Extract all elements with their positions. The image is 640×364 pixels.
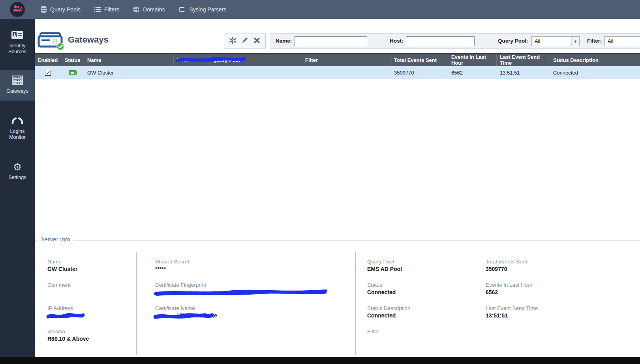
- redaction-scribble: [154, 289, 328, 296]
- gateways-table: Enabled Status Name Host Query Pool Filt…: [35, 53, 640, 79]
- column-header-name[interactable]: Name: [84, 54, 174, 66]
- field-label-last-event-send-time: Last Event Send Time: [486, 305, 584, 311]
- row-total-events-cell: 3509770: [391, 66, 448, 79]
- row-name-cell: GW Cluster: [84, 66, 174, 79]
- main-content: Gateways: [35, 19, 640, 357]
- field-value-query-pool: EMS AD Pool: [367, 266, 466, 272]
- menu-domains-label: Domains: [143, 6, 165, 13]
- server-info-panel: Server Info Name GW Cluster Comment IP A…: [35, 235, 640, 357]
- server-info-column-4: Total Events Sent 3509770 Events In Last…: [486, 259, 584, 329]
- server-stack-icon: [11, 75, 23, 86]
- sidebar-label-identity-sources: Identity Sources: [2, 43, 33, 55]
- field-label-comment: Comment: [47, 282, 130, 288]
- host-filter-label: Host:: [390, 38, 404, 44]
- sidebar-item-logins-monitor[interactable]: Logins Monitor: [0, 110, 35, 147]
- server-info-column-1: Name GW Cluster Comment IP Address: [47, 259, 130, 352]
- sidebar-item-identity-sources[interactable]: Identity Sources: [0, 24, 35, 61]
- field-label-filter: Filter: [367, 329, 466, 334]
- column-divider: [136, 252, 137, 355]
- column-header-enabled[interactable]: Enabled: [35, 54, 61, 66]
- field-value-status: Connected: [367, 289, 466, 295]
- host-filter-input[interactable]: [406, 36, 475, 46]
- field-value-total-events-sent: 3509770: [486, 266, 584, 272]
- menu-syslog-parsers[interactable]: Syslog Parsers: [178, 6, 226, 13]
- field-label-query-pool: Query Pool: [367, 259, 466, 265]
- field-label-status: Status: [367, 282, 466, 288]
- column-header-status[interactable]: Status: [61, 54, 84, 66]
- top-menu-bar: Query Pools Filters: [0, 0, 640, 19]
- field-value-shared-secret: *****: [155, 266, 345, 272]
- field-label-total-events-sent: Total Events Sent: [486, 259, 584, 265]
- identity-card-icon: [11, 30, 24, 40]
- groupbox-border: [35, 240, 640, 241]
- column-header-events-in-last-hour[interactable]: Events in Last Hour: [448, 54, 497, 66]
- name-filter-label: Name:: [276, 38, 292, 44]
- row-last-event-time-cell: 13:51:51: [497, 66, 550, 79]
- filter-filter-value: All: [608, 38, 613, 44]
- close-x-icon: [254, 37, 260, 45]
- filter-bar: Name: Host: Query Pool: All ▼ Filter: Al…: [270, 33, 640, 49]
- filter-filter-select[interactable]: All ▼: [604, 36, 640, 46]
- identity-collector-window: Query Pools Filters: [0, 0, 640, 364]
- database-icon: [40, 6, 47, 13]
- redaction-scribble: [176, 56, 246, 63]
- column-header-total-events-sent[interactable]: Total Events Sent: [391, 54, 448, 66]
- sidebar-label-gateways: Gateways: [6, 88, 28, 94]
- sidebar: Identity Sources: [0, 19, 35, 357]
- top-menu: Query Pools Filters: [40, 6, 227, 13]
- menu-syslog-parsers-label: Syslog Parsers: [189, 6, 226, 13]
- sidebar-label-logins-monitor: Logins Monitor: [2, 129, 33, 140]
- bottom-bar: [0, 357, 640, 364]
- enabled-checkbox[interactable]: [45, 70, 51, 76]
- table-row[interactable]: GW Cluster 3509770 6562 13:51:51 Connect…: [35, 66, 640, 79]
- column-header-filter[interactable]: Filter: [302, 54, 391, 66]
- server-info-column-2: Shared Secret ***** Certificate Fingerpr…: [155, 259, 345, 329]
- gateways-toolbar: [224, 34, 266, 49]
- edit-gateway-button[interactable]: [240, 35, 250, 47]
- field-label-version: Version: [47, 329, 130, 334]
- menu-domains[interactable]: Domains: [133, 6, 165, 13]
- sidebar-item-gateways[interactable]: Gateways: [0, 70, 35, 101]
- syslog-branch-icon: [178, 6, 186, 13]
- new-burst-icon: [229, 37, 236, 46]
- table-header-row: Enabled Status Name Host Query Pool Filt…: [35, 53, 640, 66]
- row-status-cell: [61, 66, 84, 79]
- page-title: Gateways: [68, 35, 109, 45]
- sidebar-item-settings[interactable]: ⚙ Settings: [0, 156, 35, 187]
- menu-query-pools[interactable]: Query Pools: [40, 6, 81, 13]
- field-label-status-description: Status Description: [367, 305, 466, 311]
- field-label-events-in-last-hour: Events In Last Hour: [486, 282, 584, 288]
- row-filter-cell: [302, 66, 391, 79]
- filter-filter-label: Filter:: [587, 38, 602, 44]
- column-divider: [478, 252, 478, 355]
- field-label-shared-secret: Shared Secret: [155, 259, 345, 265]
- dropdown-arrow-icon: ▼: [571, 37, 579, 46]
- redaction-scribble: [47, 313, 84, 319]
- row-host-cell: [174, 66, 210, 79]
- field-value-name: GW Cluster: [47, 266, 130, 272]
- delete-gateway-button[interactable]: [252, 35, 262, 47]
- page-header: Gateways: [35, 19, 640, 53]
- redaction-scribble: [154, 313, 214, 319]
- list-icon: [94, 6, 101, 13]
- row-enabled-cell: [35, 66, 61, 79]
- query-pool-filter-select[interactable]: All ▼: [531, 36, 580, 46]
- field-value-status-description: Connected: [367, 312, 466, 319]
- gear-icon: ⚙: [13, 162, 22, 172]
- sidebar-label-settings: Settings: [8, 175, 26, 181]
- query-pool-filter-label: Query Pool:: [498, 38, 528, 44]
- identity-collector-people-icon: [13, 5, 22, 14]
- row-status-description-cell: Connected: [550, 66, 640, 79]
- row-query-pool-cell: [210, 66, 302, 79]
- name-filter-input[interactable]: [295, 36, 367, 46]
- field-label-certificate-fingerprint: Certificate Fingerprint: [155, 282, 345, 288]
- field-label-certificate-name: Certificate Name: [155, 305, 345, 311]
- column-header-last-event-send-time[interactable]: Last Event Send Time: [497, 54, 550, 66]
- column-header-status-description[interactable]: Status Description: [550, 54, 640, 66]
- menu-filters[interactable]: Filters: [94, 6, 119, 13]
- new-gateway-button[interactable]: [227, 35, 238, 47]
- field-value-events-in-last-hour: 6562: [486, 289, 584, 295]
- app-logo[interactable]: [10, 2, 25, 17]
- menu-query-pools-label: Query Pools: [50, 6, 81, 13]
- field-label-ip-address: IP Address: [47, 305, 130, 311]
